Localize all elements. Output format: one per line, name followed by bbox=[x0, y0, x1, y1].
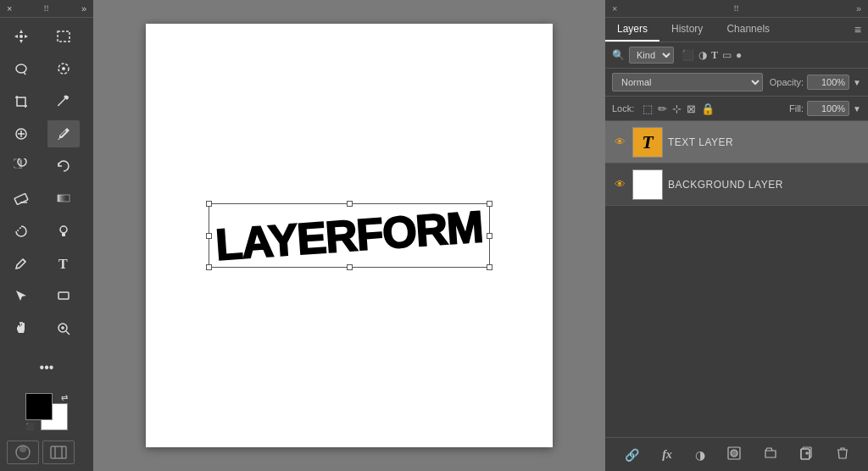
lock-label: Lock: bbox=[612, 103, 634, 114]
search-icon: 🔍 bbox=[612, 49, 625, 61]
clone-stamp-tool[interactable] bbox=[5, 152, 37, 180]
filter-icons: ⬛ ◑ T ▭ ● bbox=[682, 49, 742, 62]
link-layers-icon[interactable]: 🔗 bbox=[621, 446, 643, 463]
hand-tool[interactable] bbox=[5, 315, 37, 342]
tab-channels[interactable]: Channels bbox=[715, 18, 782, 42]
extra-tools-button[interactable]: ••• bbox=[13, 354, 81, 381]
move-tool[interactable] bbox=[5, 23, 37, 50]
lock-move-icon[interactable]: ⊹ bbox=[672, 103, 682, 115]
path-select-tool[interactable] bbox=[5, 282, 37, 309]
filter-smart-icon[interactable]: ● bbox=[736, 49, 742, 62]
svg-rect-19 bbox=[51, 446, 66, 458]
crop-tool[interactable] bbox=[5, 88, 37, 115]
handle-bot-mid[interactable] bbox=[347, 264, 353, 270]
zoom-tool[interactable] bbox=[47, 315, 80, 342]
tab-layers[interactable]: Layers bbox=[605, 18, 659, 42]
fill-input[interactable] bbox=[807, 101, 849, 116]
layer-kind-select[interactable]: Kind bbox=[629, 47, 674, 64]
svg-line-15 bbox=[66, 331, 70, 335]
handle-bot-right[interactable] bbox=[487, 264, 492, 270]
opacity-label: Opacity: bbox=[770, 77, 804, 87]
opacity-input[interactable] bbox=[807, 75, 849, 90]
swap-colors-icon[interactable]: ⇄ bbox=[61, 393, 68, 402]
tab-history[interactable]: History bbox=[659, 18, 715, 42]
brush-tool[interactable] bbox=[47, 120, 80, 147]
layer-visibility-bg[interactable]: 👁 bbox=[612, 177, 627, 192]
left-toolbar: × ⠿ » bbox=[0, 0, 93, 471]
panel-drag-handle: ⠿ bbox=[733, 4, 741, 14]
eyedropper-tool[interactable] bbox=[47, 88, 80, 115]
canvas-text: LAYERFORM bbox=[214, 201, 485, 270]
lock-all-icon[interactable]: 🔒 bbox=[701, 103, 715, 115]
shape-tool[interactable] bbox=[47, 282, 80, 309]
lasso-tool[interactable] bbox=[5, 55, 37, 82]
text-layer-wrapper[interactable]: LAYERFORM bbox=[215, 210, 483, 261]
handle-mid-right[interactable] bbox=[487, 233, 492, 239]
handle-mid-left[interactable] bbox=[206, 233, 212, 239]
quick-mask-button[interactable] bbox=[7, 441, 39, 464]
gradient-tool[interactable] bbox=[47, 185, 80, 212]
panel-header: × ⠿ » bbox=[605, 0, 868, 18]
panel-footer: 🔗 fx ◑ bbox=[605, 437, 868, 471]
lock-transparent-icon[interactable]: ⬚ bbox=[643, 103, 653, 115]
delete-layer-icon[interactable] bbox=[833, 445, 852, 464]
filter-shape-icon[interactable]: ▭ bbox=[722, 49, 732, 62]
handle-top-left[interactable] bbox=[206, 201, 212, 207]
panel-close-button[interactable]: × bbox=[612, 3, 617, 14]
toolbar-tools: T bbox=[0, 18, 93, 351]
toolbar-collapse[interactable]: » bbox=[81, 3, 86, 14]
canvas-content: LAYERFORM bbox=[146, 24, 553, 447]
handle-top-mid[interactable] bbox=[347, 201, 353, 207]
filter-type-icon[interactable]: T bbox=[711, 49, 718, 62]
canvas-area: LAYERFORM bbox=[93, 0, 605, 471]
spot-heal-tool[interactable] bbox=[5, 120, 37, 147]
opacity-arrow-icon[interactable]: ▼ bbox=[853, 78, 861, 87]
right-panel: × ⠿ » Layers History Channels ≡ 🔍 Kind ⬛… bbox=[605, 0, 868, 471]
layer-filter-row: 🔍 Kind ⬛ ◑ T ▭ ● bbox=[605, 42, 868, 69]
canvas-document: LAYERFORM bbox=[146, 24, 553, 447]
lock-paint-icon[interactable]: ✏ bbox=[658, 103, 667, 115]
dodge-tool[interactable] bbox=[47, 218, 80, 245]
new-layer-mask-icon[interactable] bbox=[724, 445, 744, 464]
filter-pixel-icon[interactable]: ⬛ bbox=[682, 49, 694, 62]
blend-mode-row: Normal Opacity: ▼ bbox=[605, 69, 868, 97]
handle-top-right[interactable] bbox=[487, 201, 492, 207]
layer-thumbnail-bg bbox=[632, 169, 663, 200]
svg-rect-0 bbox=[58, 31, 70, 42]
history-brush-tool[interactable] bbox=[47, 152, 80, 180]
svg-point-3 bbox=[62, 67, 65, 70]
new-layer-icon[interactable] bbox=[797, 445, 817, 464]
type-tool[interactable]: T bbox=[47, 250, 80, 277]
fx-icon[interactable]: fx bbox=[659, 446, 676, 463]
filter-adj-icon[interactable]: ◑ bbox=[698, 49, 707, 62]
svg-rect-13 bbox=[58, 292, 69, 299]
panel-collapse-button[interactable]: » bbox=[856, 3, 861, 14]
marquee-rect-tool[interactable] bbox=[47, 23, 80, 50]
svg-text:T: T bbox=[58, 257, 68, 271]
fill-label: Fill: bbox=[789, 103, 804, 114]
svg-point-10 bbox=[60, 226, 67, 233]
pen-tool[interactable] bbox=[5, 250, 37, 277]
layer-visibility-text[interactable]: 👁 bbox=[612, 135, 627, 150]
layer-name-bg: BACKGROUND LAYER bbox=[668, 179, 783, 191]
layer-item-text[interactable]: 👁 T TEXT LAYER bbox=[605, 121, 868, 163]
blur-tool[interactable] bbox=[5, 218, 37, 245]
ellipsis-icon: ••• bbox=[40, 360, 54, 375]
text-thumb-char: T bbox=[642, 131, 653, 153]
foreground-color-swatch[interactable] bbox=[25, 393, 53, 420]
eraser-tool[interactable] bbox=[5, 185, 37, 212]
screen-mode-button[interactable] bbox=[42, 441, 75, 464]
toolbar-close[interactable]: × bbox=[7, 3, 12, 14]
toolbar-header: × ⠿ » bbox=[0, 0, 93, 18]
fill-arrow-icon[interactable]: ▼ bbox=[853, 104, 861, 114]
panel-menu-button[interactable]: ≡ bbox=[848, 18, 868, 42]
svg-rect-11 bbox=[62, 233, 65, 236]
blend-mode-select[interactable]: Normal bbox=[612, 73, 763, 91]
handle-bot-left[interactable] bbox=[206, 264, 212, 270]
new-fill-adjustment-icon[interactable]: ◑ bbox=[692, 446, 709, 463]
lock-artboard-icon[interactable]: ⊠ bbox=[687, 103, 696, 115]
layer-item-background[interactable]: 👁 BACKGROUND LAYER bbox=[605, 163, 868, 206]
new-group-icon[interactable] bbox=[760, 445, 781, 464]
quick-select-tool[interactable] bbox=[47, 55, 80, 82]
default-colors-icon[interactable]: ⬛ bbox=[25, 423, 34, 430]
